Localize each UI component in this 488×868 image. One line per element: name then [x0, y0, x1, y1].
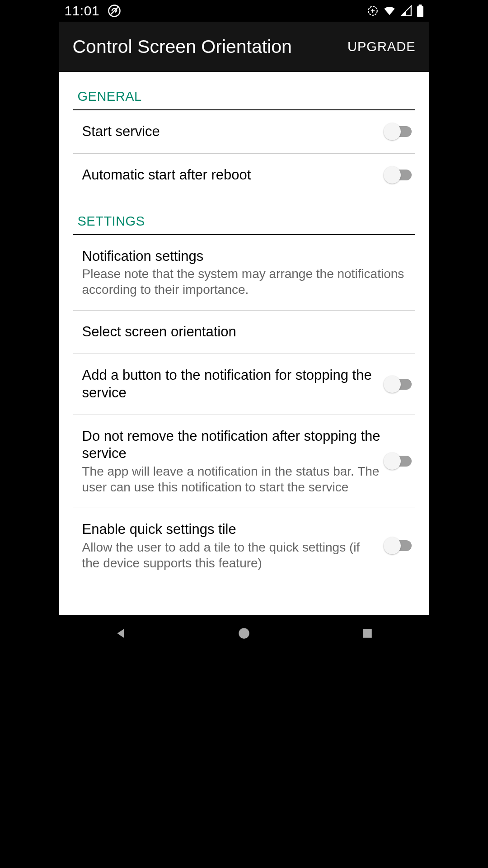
- svg-rect-3: [417, 6, 423, 18]
- section-header-general: GENERAL: [73, 72, 415, 110]
- data-saver-icon: [367, 5, 379, 17]
- row-subtitle: The app will leave a notification in the…: [82, 463, 381, 495]
- row-subtitle: Please note that the system may arrange …: [82, 266, 410, 297]
- app-bar: Control Screen Orientation UPGRADE: [59, 22, 429, 72]
- row-title: Add a button to the notification for sto…: [82, 367, 381, 402]
- toggle-auto-start[interactable]: [386, 170, 412, 180]
- row-auto-start[interactable]: Automatic start after reboot: [73, 154, 415, 197]
- battery-icon: [417, 5, 424, 17]
- row-text: Start service: [82, 123, 386, 141]
- page-title: Control Screen Orientation: [73, 36, 292, 57]
- row-notification-settings[interactable]: Notification settings Please note that t…: [73, 235, 415, 311]
- row-subtitle: Allow the user to add a tile to the quic…: [82, 539, 381, 571]
- row-text: Add a button to the notification for sto…: [82, 367, 386, 402]
- toggle-start-service[interactable]: [386, 126, 412, 137]
- nav-back-button[interactable]: [107, 620, 134, 647]
- wifi-icon: [383, 5, 396, 17]
- nav-recent-button[interactable]: [354, 620, 381, 647]
- svg-point-5: [239, 628, 249, 638]
- rotation-lock-icon: [108, 4, 121, 18]
- row-text: Automatic start after reboot: [82, 166, 386, 184]
- toggle-do-not-remove-notif[interactable]: [386, 456, 412, 467]
- row-title: Notification settings: [82, 248, 410, 265]
- row-title: Select screen orientation: [82, 323, 410, 341]
- svg-rect-6: [363, 629, 372, 638]
- row-do-not-remove-notif[interactable]: Do not remove the notification after sto…: [73, 415, 415, 509]
- android-nav-bar: [59, 615, 429, 651]
- row-title: Do not remove the notification after sto…: [82, 428, 381, 463]
- section-header-settings: SETTINGS: [73, 197, 415, 235]
- android-status-bar: 11:01: [59, 0, 429, 22]
- row-text: Do not remove the notification after sto…: [82, 428, 386, 495]
- row-add-notif-button[interactable]: Add a button to the notification for sto…: [73, 354, 415, 415]
- row-start-service[interactable]: Start service: [73, 110, 415, 154]
- upgrade-button[interactable]: UPGRADE: [347, 39, 415, 54]
- toggle-quick-settings-tile[interactable]: [386, 540, 412, 551]
- row-title: Enable quick settings tile: [82, 521, 381, 538]
- nav-home-button[interactable]: [230, 620, 258, 647]
- row-title: Start service: [82, 123, 381, 141]
- status-left: 11:01: [65, 3, 122, 19]
- status-time: 11:01: [65, 3, 100, 19]
- svg-rect-4: [418, 5, 422, 7]
- settings-content: GENERAL Start service Automatic start af…: [59, 72, 429, 615]
- row-select-orientation[interactable]: Select screen orientation: [73, 311, 415, 354]
- row-text: Select screen orientation: [82, 323, 415, 341]
- row-quick-settings-tile[interactable]: Enable quick settings tile Allow the use…: [73, 508, 415, 584]
- toggle-add-notif-button[interactable]: [386, 379, 412, 390]
- cellular-signal-icon: [400, 5, 412, 17]
- row-text: Enable quick settings tile Allow the use…: [82, 521, 386, 571]
- row-title: Automatic start after reboot: [82, 166, 381, 184]
- status-right: [367, 5, 424, 17]
- row-text: Notification settings Please note that t…: [82, 248, 415, 298]
